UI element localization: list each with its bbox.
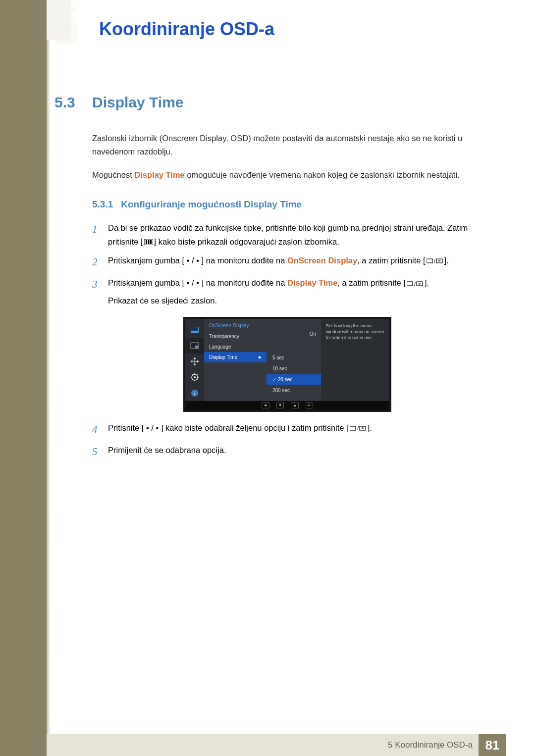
gear-icon — [185, 369, 204, 385]
page-footer: 5 Koordiniranje OSD-a 81 — [47, 734, 535, 756]
nav-enter-icon: ↵ — [306, 403, 313, 408]
svg-rect-18 — [350, 426, 356, 430]
svg-point-15 — [194, 376, 196, 378]
step-5: 5 Primijenit će se odabrana opcija. — [92, 443, 490, 461]
svg-rect-13 — [195, 346, 198, 348]
text-fragment: Pritiskanjem gumba [ — [108, 278, 184, 287]
text-fragment: Primijenit će se odabrana opcija. — [108, 443, 226, 461]
section-heading: 5.3 Display Time — [54, 94, 490, 111]
enter-combo-icon: / — [427, 257, 443, 265]
subsection-heading: 5.3.1 Konfiguriranje mogućnosti Display … — [92, 199, 490, 210]
osd-menu-header: OnScreen Display — [204, 322, 267, 331]
osd-option: 200 sec — [267, 385, 321, 396]
osd-coordinate-icon — [185, 338, 204, 353]
nav-down-icon: ▼ — [276, 403, 284, 408]
picture-icon — [185, 322, 204, 338]
osd-nav-footer: ◄ ▼ ▲ ↵ — [185, 401, 389, 410]
chevron-right-icon: ▶ — [259, 355, 262, 359]
footer-cap — [506, 734, 535, 756]
svg-text:/: / — [414, 281, 416, 287]
osd-menu-column: OnScreen Display Transparency Language D… — [204, 319, 267, 401]
text-fragment: ] na monitoru dođite na — [202, 278, 287, 287]
move-icon — [185, 353, 204, 369]
osd-option: 5 sec — [267, 353, 321, 363]
osd-item-transparency: Transparency — [204, 331, 267, 342]
step-number: 3 — [92, 276, 101, 307]
step-2: 2 Pritiskanjem gumba [ • / • ] na monito… — [92, 253, 490, 271]
text-fragment: Pritisnite [ — [108, 423, 144, 432]
page-shadow — [47, 0, 51, 756]
svg-rect-1 — [146, 240, 147, 244]
text-fragment: ] kako biste odabrali željenu opciju i z… — [161, 423, 349, 432]
nav-left-icon: ◄ — [262, 403, 269, 408]
text-fragment: ] na monitoru dođite na — [202, 256, 287, 265]
svg-rect-4 — [427, 259, 432, 263]
text-fragment: Pritiskanjem gumba [ — [108, 256, 184, 265]
svg-text:/: / — [357, 425, 359, 431]
subsection-title: Konfiguriranje mogućnosti Display Time — [121, 199, 302, 210]
step-number: 2 — [92, 253, 101, 271]
section-title: Display Time — [92, 94, 184, 111]
osd-item-language: Language — [204, 342, 267, 352]
osd-help-column: Set how long the menu window will remain… — [321, 319, 389, 401]
highlight-display-time: Display Time — [287, 278, 338, 287]
svg-text:i: i — [194, 390, 195, 396]
osd-option-selected: 20 sec — [267, 374, 321, 385]
enter-combo-icon: / — [350, 424, 367, 433]
step-4: 4 Pritisnite [ • / • ] kako biste odabra… — [92, 421, 490, 439]
svg-rect-7 — [407, 282, 413, 286]
text-fragment: ]. — [425, 278, 429, 287]
dots-separator: • / • — [184, 278, 201, 287]
footer-page-number: 81 — [479, 734, 506, 756]
text-fragment: , a zatim pritisnite [ — [337, 278, 406, 287]
subsection-number: 5.3.1 — [92, 199, 113, 210]
nav-up-icon: ▲ — [291, 403, 299, 408]
osd-main-panel: OnScreen Display Transparency Language D… — [204, 319, 389, 401]
content-area: 5.3 Display Time Zaslonski izbornik (Ons… — [54, 94, 490, 466]
step-3: 3 Pritiskanjem gumba [ • / • ] na monito… — [92, 276, 490, 307]
text-fragment: omogućuje navođenje vremena nakon kojeg … — [185, 170, 460, 179]
step-number: 4 — [92, 421, 101, 439]
highlight-onscreen-display: OnScreen Display — [287, 256, 357, 265]
step-1: 1 Da bi se prikazao vodič za funkcijske … — [92, 221, 490, 249]
chapter-tab — [47, 0, 71, 40]
intro-text: Zaslonski izbornik (Onscreen Display, OS… — [92, 132, 490, 182]
enter-combo-icon: / — [407, 280, 424, 288]
osd-item-label: Transparency — [209, 334, 239, 339]
left-margin-bar — [0, 0, 47, 756]
svg-text:/: / — [434, 258, 436, 264]
highlight-display-time: Display Time — [134, 170, 185, 179]
text-fragment: ]. — [444, 256, 449, 265]
svg-rect-2 — [148, 240, 149, 244]
osd-option: 10 sec — [267, 363, 321, 374]
osd-options-column: On 5 sec 10 sec 20 sec 200 sec — [267, 319, 321, 401]
info-icon: i — [185, 385, 204, 401]
dots-separator: • / • — [184, 256, 201, 265]
text-fragment: Mogućnost — [92, 170, 134, 179]
page-title: Koordiniranje OSD-a — [99, 19, 274, 40]
osd-item-display-time: Display Time ▶ — [204, 352, 267, 362]
intro-paragraph-2: Mogućnost Display Time omogućuje navođen… — [92, 168, 490, 182]
step-number: 1 — [92, 221, 101, 249]
step-number: 5 — [92, 443, 101, 461]
intro-paragraph-1: Zaslonski izbornik (Onscreen Display, OS… — [92, 132, 490, 158]
osd-item-label: Language — [209, 344, 231, 350]
osd-screenshot: i OnScreen Display Transparency Language… — [183, 317, 391, 412]
menu-icon — [144, 238, 153, 247]
text-fragment: Prikazat će se sljedeći zaslon. — [108, 294, 429, 307]
text-fragment: ]. — [368, 423, 372, 432]
dots-separator: • / • — [144, 423, 160, 432]
text-fragment: , a zatim pritisnite [ — [357, 256, 426, 265]
footer-chapter-label: 5 Koordiniranje OSD-a — [388, 740, 473, 750]
svg-rect-3 — [150, 240, 152, 244]
section-number: 5.3 — [54, 94, 81, 111]
osd-item-value: On — [310, 331, 316, 337]
osd-item-label: Display Time — [209, 354, 237, 360]
svg-rect-11 — [191, 327, 198, 331]
osd-sidebar: i — [185, 319, 204, 401]
text-fragment: ] kako biste prikazali odgovarajući zasl… — [154, 237, 339, 246]
